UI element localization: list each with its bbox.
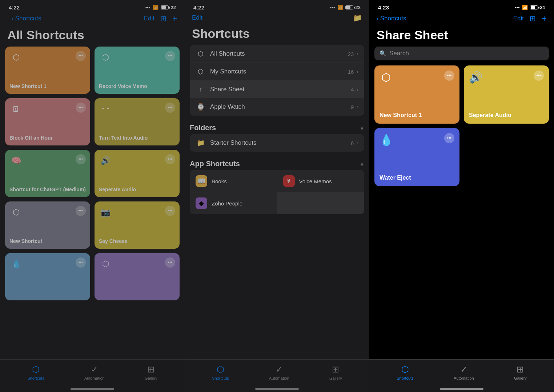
list-chevron-share-sheet: › — [357, 87, 358, 92]
list-row-my-shortcuts[interactable]: ⬡ My Shortcuts 16 › — [190, 63, 364, 81]
share-tile-label-seperate-audio: Seperate Audio — [469, 112, 544, 119]
search-icon-3: 🔍 — [380, 50, 386, 57]
time-3: 4:23 — [378, 4, 389, 11]
tile-water-small[interactable]: 💧 ••• — [5, 253, 90, 300]
battery-text-1: 22 — [171, 5, 176, 10]
app-name-books: Books — [212, 178, 227, 184]
tile-new-shortcut-1[interactable]: ⬡ ••• New Shortcut 1 — [5, 47, 90, 94]
tile-chatgpt[interactable]: 🧠 ••• Shortcut for ChatGPT (Medium) — [5, 150, 90, 197]
nav-bar-2: Edit 📁 — [185, 12, 369, 25]
edit-button-1[interactable]: Edit — [144, 15, 154, 22]
tile-icon-block-hour: 🗓 — [9, 103, 23, 116]
tab-shortcuts-2[interactable]: ⬡ Shortcuts — [212, 364, 229, 380]
tile-label-new-shortcut: New Shortcut — [9, 238, 86, 244]
tab-gallery-1[interactable]: ⊞ Gallery — [145, 364, 157, 380]
tab-gallery-3[interactable]: ⊞ Gallery — [514, 364, 527, 380]
share-tile-water-eject[interactable]: 💧 ••• Water Eject — [374, 128, 459, 186]
tab-shortcuts-label-3: Shortcuts — [397, 376, 413, 380]
tile-label-turn-text: Turn Text Into Audio — [99, 135, 175, 141]
tab-shortcuts-1[interactable]: ⬡ Shortcuts — [27, 364, 44, 380]
tile-more-seperate-audio[interactable]: ••• — [165, 154, 175, 164]
battery-text-3: 21 — [540, 5, 545, 10]
tab-automation-icon-2: ✓ — [276, 364, 283, 375]
tile-seperate-audio[interactable]: 🔊 ••• Seperate Audio — [95, 150, 180, 197]
battery-text-2: 22 — [356, 5, 361, 10]
app-icon-voice-memos: 🎙 — [283, 175, 295, 187]
list-text-my-shortcuts: My Shortcuts — [210, 68, 348, 75]
tile-icon-say-cheese: 📷 — [99, 206, 112, 219]
tile-record-voice[interactable]: ⬡ ••• Record Voice Memo — [95, 47, 180, 94]
signal-icon-1: ▪▪▪ — [145, 5, 150, 10]
edit-button-3[interactable]: Edit — [513, 15, 524, 22]
list-row-apple-watch[interactable]: ⌚ Apple Watch 9 › — [190, 98, 364, 116]
list-badge-my-shortcuts: 16 — [348, 69, 354, 75]
search-bar-3[interactable]: 🔍 Search — [374, 47, 549, 60]
tile-more-say-cheese[interactable]: ••• — [165, 206, 175, 216]
tile-more-water-small[interactable]: ••• — [76, 257, 86, 268]
tile-shortcut-new[interactable]: ⬡ ••• — [95, 253, 180, 300]
tab-shortcuts-3[interactable]: ⬡ Shortcuts — [397, 364, 413, 380]
tab-automation-label-3: Automation — [454, 376, 474, 380]
home-indicator-2 — [255, 388, 299, 390]
edit-button-2[interactable]: Edit — [192, 14, 202, 21]
tile-say-cheese[interactable]: 📷 ••• Say Cheese — [95, 201, 180, 249]
tile-icon-new-shortcut-1: ⬡ — [9, 51, 23, 64]
folders-collapse[interactable]: ∨ — [360, 124, 364, 131]
tile-more-block-hour[interactable]: ••• — [76, 103, 86, 113]
home-indicator-1 — [71, 388, 114, 390]
add-button-1[interactable]: + — [172, 13, 177, 24]
app-shortcuts-collapse[interactable]: ∨ — [360, 160, 364, 167]
battery-icon-3 — [530, 5, 538, 9]
tab-automation-icon-1: ✓ — [91, 364, 98, 375]
tile-block-off-hour[interactable]: 🗓 ••• Block Off an Hour — [5, 98, 90, 145]
tile-turn-text-audio[interactable]: 〰 ••• Turn Text Into Audio — [95, 98, 180, 145]
share-tile-more-new-shortcut-1[interactable]: ••• — [444, 71, 454, 81]
list-row-all-shortcuts[interactable]: ⬡ All Shortcuts 23 › — [190, 45, 364, 63]
share-tile-new-shortcut-1[interactable]: ⬡ ••• New Shortcut 1 — [374, 65, 459, 124]
tab-shortcuts-icon-3: ⬡ — [401, 364, 409, 375]
tab-automation-1[interactable]: ✓ Automation — [84, 364, 105, 380]
tile-more-new-shortcut[interactable]: ••• — [76, 206, 86, 216]
list-chevron-starter: › — [357, 140, 358, 146]
tile-more-record-voice[interactable]: ••• — [165, 51, 175, 61]
app-item-books[interactable]: 📖 Books — [190, 170, 277, 192]
tile-more-chatgpt[interactable]: ••• — [76, 154, 86, 164]
share-tile-more-seperate-audio[interactable]: ••• — [534, 71, 544, 81]
list-row-starter-shortcuts[interactable]: 📁 Starter Shortcuts 6 › — [190, 134, 364, 152]
home-indicator-3 — [440, 388, 483, 390]
tab-automation-2[interactable]: ✓ Automation — [269, 364, 289, 380]
tab-shortcuts-label-2: Shortcuts — [212, 376, 229, 380]
shortcuts-grid-1: ⬡ ••• New Shortcut 1 ⬡ ••• Record Voice … — [0, 47, 185, 300]
status-bar-3: 4:23 ▪▪▪ 📶 21 — [369, 0, 554, 12]
tile-label-record-voice: Record Voice Memo — [99, 83, 175, 89]
list-badge-starter: 6 — [351, 140, 354, 146]
tab-gallery-2[interactable]: ⊞ Gallery — [329, 364, 342, 380]
grid-button-1[interactable]: ⊞ — [160, 14, 166, 23]
list-row-share-sheet[interactable]: ↑ Share Sheet 4 › — [190, 81, 364, 98]
grid-button-3[interactable]: ⊞ — [530, 14, 536, 23]
tile-new-shortcut[interactable]: ⬡ ••• New Shortcut — [5, 201, 90, 249]
app-item-zoho[interactable]: ◆ Zoho People — [190, 192, 277, 214]
tile-icon-water-small: 💧 — [9, 257, 23, 271]
share-tile-icon-water-eject: 💧 — [380, 133, 393, 146]
tab-gallery-label-3: Gallery — [514, 376, 527, 380]
tile-more-new-shortcut-1[interactable]: ••• — [76, 51, 86, 61]
nav-actions-1: Edit ⊞ + — [144, 13, 177, 24]
app-item-voice-memos[interactable]: 🎙 Voice Memos — [277, 170, 365, 192]
back-chevron-3: ‹ — [377, 15, 379, 22]
tab-gallery-icon-2: ⊞ — [332, 364, 339, 375]
add-button-3[interactable]: + — [542, 13, 547, 24]
share-tile-more-water-eject[interactable]: ••• — [444, 133, 454, 143]
tile-more-shortcut-new[interactable]: ••• — [165, 257, 175, 268]
app-name-zoho: Zoho People — [212, 200, 242, 207]
list-text-starter: Starter Shortcuts — [210, 139, 351, 147]
list-text-all-shortcuts: All Shortcuts — [210, 50, 348, 57]
list-badge-all-shortcuts: 23 — [348, 51, 354, 57]
tile-label-chatgpt: Shortcut for ChatGPT (Medium) — [9, 187, 86, 193]
tile-more-turn-text[interactable]: ••• — [165, 103, 175, 113]
tab-automation-3[interactable]: ✓ Automation — [454, 364, 474, 380]
nav-list-2: ⬡ All Shortcuts 23 › ⬡ My Shortcuts 16 ›… — [190, 45, 364, 116]
back-button-1[interactable]: ‹ Shortcuts — [7, 13, 45, 24]
back-button-3[interactable]: ‹ Shortcuts — [377, 15, 406, 22]
share-tile-seperate-audio[interactable]: 🔊 ••• Seperate Audio — [464, 65, 549, 124]
